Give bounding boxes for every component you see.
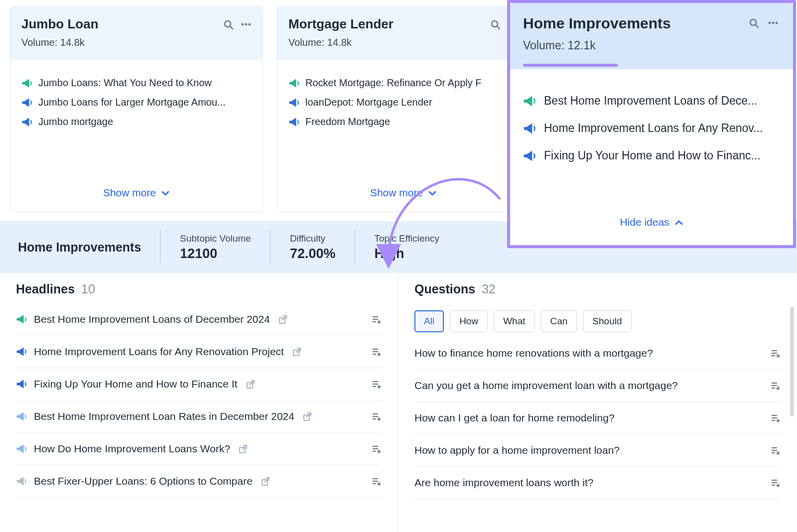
megaphone-icon <box>21 117 32 128</box>
idea-item[interactable]: Best Home Improvement Loans of Dece... <box>523 87 780 115</box>
headline-text: How Do Home Improvement Loans Work? <box>34 443 230 455</box>
headline-row[interactable]: How Do Home Improvement Loans Work? <box>16 433 382 465</box>
add-to-list-icon[interactable] <box>770 477 781 488</box>
add-to-list-icon[interactable] <box>770 412 781 423</box>
idea-text: Freedom Mortgage <box>305 116 390 128</box>
search-icon[interactable] <box>223 19 234 30</box>
external-link-icon[interactable] <box>237 444 247 454</box>
question-row[interactable]: How can I get a loan for home remodeling… <box>414 402 781 434</box>
card-title: Mortgage Lender <box>288 16 394 32</box>
idea-item[interactable]: Fixing Up Your Home and How to Financ... <box>523 142 780 169</box>
difficulty-label: Difficulty <box>290 233 336 244</box>
show-more-label: Show more <box>370 187 423 199</box>
show-more-link[interactable]: Show more <box>370 187 437 199</box>
questions-count: 32 <box>479 282 496 296</box>
add-to-list-icon[interactable] <box>770 380 781 391</box>
idea-text: Home Improvement Loans for Any Renov... <box>544 122 763 135</box>
megaphone-icon <box>523 95 536 108</box>
filter-button-how[interactable]: How <box>450 310 488 332</box>
scrollbar[interactable] <box>790 307 794 416</box>
card-volume: Volume: 14.8k <box>21 37 252 48</box>
headline-text: Home Improvement Loans for Any Renovatio… <box>34 346 284 358</box>
add-to-list-icon[interactable] <box>770 348 781 359</box>
headline-text: Best Home Improvement Loan Rates in Dece… <box>34 410 294 422</box>
external-link-icon[interactable] <box>301 411 311 421</box>
megaphone-icon <box>16 346 27 357</box>
card-volume: Volume: 14.8k <box>288 37 519 48</box>
add-to-list-icon[interactable] <box>371 476 382 487</box>
headline-row[interactable]: Fixing Up Your Home and How to Finance I… <box>16 368 382 400</box>
question-row[interactable]: Can you get a home improvement loan with… <box>414 370 781 402</box>
topic-card-mortgage-lender: Mortgage Lender Volume: 14.8k Rocket Mor… <box>277 6 530 212</box>
megaphone-icon <box>16 314 27 325</box>
megaphone-icon <box>288 97 299 108</box>
external-link-icon[interactable] <box>245 379 255 389</box>
add-to-list-icon[interactable] <box>371 314 382 325</box>
idea-text: loanDepot: Mortgage Lender <box>305 97 432 108</box>
megaphone-icon <box>16 411 27 422</box>
question-text: How can I get a loan for home remodeling… <box>414 412 615 424</box>
idea-item[interactable]: loanDepot: Mortgage Lender <box>288 93 519 112</box>
headline-text: Fixing Up Your Home and How to Finance I… <box>34 378 238 390</box>
filter-button-can[interactable]: Can <box>541 310 577 332</box>
megaphone-icon <box>523 122 536 135</box>
more-icon[interactable] <box>768 17 780 30</box>
annotation-underline <box>523 64 618 67</box>
questions-panel: Questions 32 AllHowWhatCanShould How to … <box>398 273 797 532</box>
filter-button-should[interactable]: Should <box>583 310 631 332</box>
idea-item[interactable]: Home Improvement Loans for Any Renov... <box>523 115 780 142</box>
megaphone-icon <box>288 117 299 128</box>
question-row[interactable]: How to apply for a home improvement loan… <box>414 434 781 467</box>
efficiency-label: Topic Efficiency <box>374 233 439 244</box>
idea-text: Best Home Improvement Loans of Dece... <box>544 94 757 108</box>
search-icon[interactable] <box>748 17 761 30</box>
add-to-list-icon[interactable] <box>371 411 382 422</box>
filter-button-what[interactable]: What <box>494 310 534 332</box>
headline-text: Best Fixer-Upper Loans: 6 Options to Com… <box>34 475 253 487</box>
external-link-icon[interactable] <box>277 314 287 324</box>
headline-row[interactable]: Best Home Improvement Loans of December … <box>16 303 382 336</box>
hide-ideas-link[interactable]: Hide ideas <box>620 216 683 228</box>
show-more-link[interactable]: Show more <box>103 187 170 199</box>
chevron-up-icon <box>673 217 683 227</box>
subtopic-volume-label: Subtopic Volume <box>180 233 251 244</box>
megaphone-icon <box>21 78 32 89</box>
megaphone-icon <box>16 476 27 487</box>
card-volume: Volume: 12.1k <box>523 39 780 52</box>
subtopic-volume-value: 12100 <box>180 246 251 262</box>
filter-button-all[interactable]: All <box>414 310 444 332</box>
idea-text: Jumbo Loans: What You Need to Know <box>38 77 212 89</box>
idea-item[interactable]: Rocket Mortgage: Refinance Or Apply F <box>288 73 519 93</box>
megaphone-icon <box>16 443 27 454</box>
question-text: How to finance home renovations with a m… <box>414 347 653 359</box>
question-text: Can you get a home improvement loan with… <box>414 380 678 392</box>
headlines-panel: Headlines 10 Best Home Improvement Loans… <box>0 273 398 532</box>
external-link-icon[interactable] <box>291 347 301 357</box>
search-icon[interactable] <box>490 19 501 30</box>
more-icon[interactable] <box>241 19 252 30</box>
card-title: Jumbo Loan <box>21 16 99 32</box>
chevron-down-icon <box>160 188 170 198</box>
question-text: Are home improvement loans worth it? <box>414 477 594 489</box>
idea-item[interactable]: Jumbo Loans for Larger Mortgage Amou... <box>21 93 252 112</box>
card-title: Home Improvements <box>523 15 671 32</box>
idea-text: Rocket Mortgage: Refinance Or Apply F <box>305 77 482 89</box>
headline-row[interactable]: Home Improvement Loans for Any Renovatio… <box>16 336 382 368</box>
idea-item[interactable]: Jumbo Loans: What You Need to Know <box>21 73 252 93</box>
add-to-list-icon[interactable] <box>371 443 382 454</box>
question-row[interactable]: How to finance home renovations with a m… <box>414 337 781 370</box>
add-to-list-icon[interactable] <box>770 445 781 456</box>
idea-item[interactable]: Jumbo mortgage <box>21 112 252 132</box>
external-link-icon[interactable] <box>260 476 269 486</box>
headline-row[interactable]: Best Home Improvement Loan Rates in Dece… <box>16 400 382 433</box>
add-to-list-icon[interactable] <box>371 346 382 357</box>
question-row[interactable]: Are home improvement loans worth it? <box>414 467 781 499</box>
headline-row[interactable]: Best Fixer-Upper Loans: 6 Options to Com… <box>16 465 382 498</box>
megaphone-icon <box>523 149 536 162</box>
difficulty-value: 72.00% <box>290 246 336 262</box>
show-more-label: Show more <box>103 187 156 199</box>
headlines-count: 10 <box>78 282 95 296</box>
add-to-list-icon[interactable] <box>371 379 382 390</box>
megaphone-icon <box>288 78 299 89</box>
idea-item[interactable]: Freedom Mortgage <box>288 112 519 132</box>
